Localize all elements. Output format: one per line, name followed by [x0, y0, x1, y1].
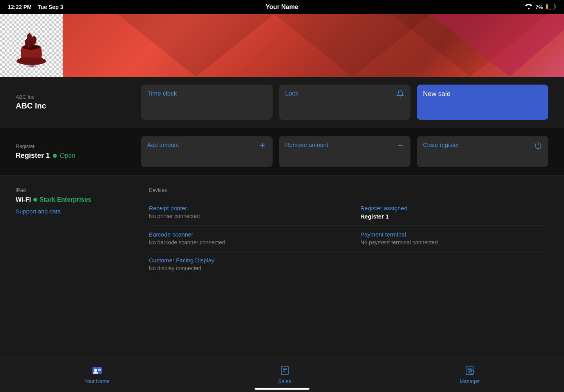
person-card-icon: [92, 365, 103, 376]
status-bar: 12:22 PM Tue Sep 3 Your Name 7%: [0, 0, 564, 14]
banner-decoration: [0, 14, 564, 77]
status-date: Tue Sep 3: [38, 4, 63, 10]
barcode-scanner-item: Barcode scanner No barcode scanner conne…: [149, 226, 349, 251]
devices-grid: Receipt printer No printer connected Reg…: [149, 199, 548, 277]
company-info: ABC Inc ABC Inc: [16, 94, 133, 110]
add-amount-label: Add amount: [147, 141, 179, 148]
time-clock-label: Time clock: [147, 90, 177, 97]
section-company-actions: ABC Inc ABC Inc Time clock Lock New sale: [0, 77, 564, 128]
add-amount-button[interactable]: Add amount: [141, 136, 273, 167]
register-name: Register 1: [16, 152, 50, 160]
nav-sales[interactable]: Sales: [270, 362, 299, 387]
svg-text:HOUSE: HOUSE: [27, 68, 36, 69]
remove-amount-button[interactable]: Remove amount: [279, 136, 410, 167]
wifi-dot-icon: [33, 198, 37, 202]
new-sale-label: New sale: [423, 90, 450, 98]
svg-rect-27: [281, 366, 288, 375]
plus-icon: [258, 141, 266, 149]
top-actions-row: Time clock Lock New sale: [141, 85, 548, 120]
nav-your-name[interactable]: Your Name: [76, 362, 118, 387]
svg-marker-3: [118, 14, 274, 77]
payment-terminal-status: No payment terminal connected: [360, 239, 548, 246]
register-actions-row: Add amount Remove amount Close register: [141, 136, 548, 167]
power-icon: [534, 141, 542, 149]
sales-icon: [279, 365, 290, 376]
register-assigned-link[interactable]: Register assigned: [360, 205, 548, 211]
header-title: Your Name: [266, 4, 298, 11]
remove-amount-label: Remove amount: [285, 141, 328, 148]
minus-icon: [396, 141, 404, 149]
close-register-label: Close register: [423, 141, 459, 148]
bottom-navigation: Your Name Sales Manager: [0, 357, 564, 392]
bell-icon: [396, 90, 404, 98]
register-assigned-item: Register assigned Register 1: [349, 199, 548, 226]
svg-rect-1: [555, 5, 556, 8]
logo-image: Coffee HOUSE: [0, 14, 63, 77]
payment-terminal-item: Payment terminal No payment terminal con…: [349, 226, 548, 251]
manager-icon: [464, 365, 475, 376]
battery-percentage: 7%: [535, 4, 543, 10]
ipad-label: iPad: [16, 187, 133, 193]
status-indicators: 7%: [525, 4, 556, 11]
receipt-printer-status: No printer connected: [149, 213, 337, 219]
receipt-printer-link[interactable]: Receipt printer: [149, 205, 337, 211]
svg-text:Coffee: Coffee: [27, 64, 36, 68]
payment-terminal-link[interactable]: Payment terminal: [360, 231, 548, 238]
header-banner: Coffee HOUSE: [0, 14, 564, 77]
wifi-row: Wi-Fi Stark Enterprises: [16, 196, 133, 203]
wifi-label: Wi-Fi: [16, 196, 31, 203]
nav-manager[interactable]: Manager: [452, 362, 487, 387]
home-indicator: [255, 388, 309, 390]
devices-section: Devices Receipt printer No printer conne…: [149, 187, 548, 277]
new-sale-button[interactable]: New sale: [417, 85, 548, 120]
time-clock-button[interactable]: Time clock: [141, 85, 273, 120]
status-time: 12:22 PM: [8, 4, 32, 10]
wifi-network-name: Stark Enterprises: [40, 196, 92, 203]
nav-manager-label: Manager: [459, 378, 479, 384]
battery-icon: [546, 4, 556, 11]
svg-point-37: [471, 373, 472, 374]
nav-sales-label: Sales: [278, 378, 291, 384]
customer-display-status: No display connected: [149, 265, 337, 271]
company-name: ABC Inc: [16, 101, 133, 110]
devices-label: Devices: [149, 187, 548, 193]
customer-display-item: Customer Facing Display No display conne…: [149, 251, 349, 277]
status-time-date: 12:22 PM Tue Sep 3: [8, 4, 63, 10]
svg-rect-2: [546, 4, 548, 9]
barcode-scanner-status: No barcode scanner connected: [149, 239, 337, 246]
register-status: Register 1 Open: [16, 152, 133, 160]
support-and-data-link[interactable]: Support and data: [16, 208, 133, 215]
customer-display-link[interactable]: Customer Facing Display: [149, 257, 337, 264]
close-register-button[interactable]: Close register: [417, 136, 548, 167]
lock-button[interactable]: Lock: [279, 85, 410, 120]
barcode-scanner-link[interactable]: Barcode scanner: [149, 231, 337, 238]
logo-box: Coffee HOUSE: [0, 14, 63, 77]
section-register: Register Register 1 Open Add amount Remo…: [0, 128, 564, 175]
section-devices: iPad Wi-Fi Stark Enterprises Support and…: [0, 175, 564, 289]
register-info: Register Register 1 Open: [16, 143, 133, 160]
company-label: ABC Inc: [16, 94, 133, 100]
status-dot-icon: [53, 154, 57, 158]
register-open-status: Open: [60, 152, 75, 159]
register-label: Register: [16, 143, 133, 149]
nav-your-name-label: Your Name: [84, 378, 110, 384]
register-assigned-value: Register 1: [360, 213, 548, 220]
lock-label: Lock: [285, 90, 298, 97]
wifi-icon: [525, 4, 532, 11]
svg-point-24: [94, 369, 97, 372]
receipt-printer-item: Receipt printer No printer connected: [149, 199, 349, 226]
ipad-info: iPad Wi-Fi Stark Enterprises Support and…: [16, 187, 133, 277]
